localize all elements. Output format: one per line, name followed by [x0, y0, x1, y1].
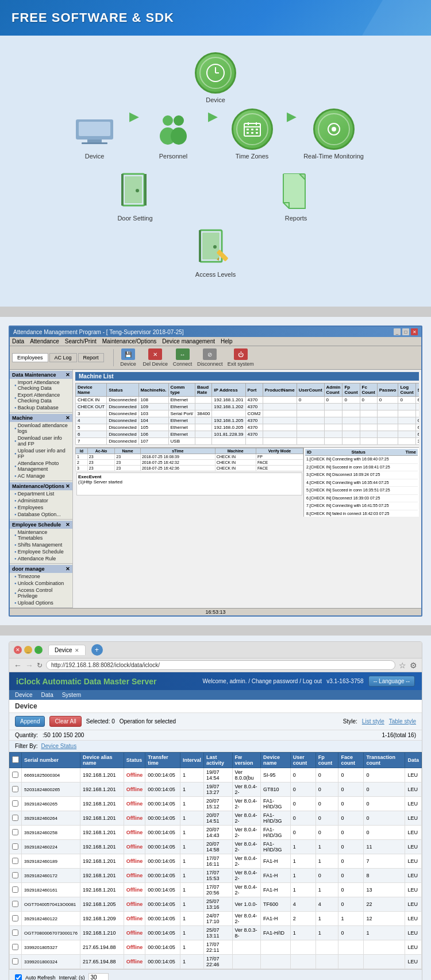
sidebar-export[interactable]: Export Attendance Checking Data [10, 392, 72, 404]
web-device-row[interactable]: 3399201800324 217.65.194.88 Offline 00:0… [10, 955, 422, 969]
browser-tab-device[interactable]: Device ✕ [48, 645, 86, 655]
web-device-row[interactable]: 66691825000304 192.168.1.201 Offline 00:… [10, 768, 422, 783]
wth-serial[interactable]: Serial number [22, 753, 80, 768]
row-checkbox[interactable] [12, 872, 18, 878]
log-table-row[interactable]: 2 23 23 2018-07-25 16:42:32 CHECK IN FAC… [76, 460, 303, 466]
wth-interval[interactable]: Interval [180, 753, 203, 768]
row-checkbox[interactable] [12, 800, 18, 807]
log-table-row[interactable]: 1 23 23 2018-07-25 16:08:39 CHECK IN FP [76, 454, 303, 460]
row-checkbox[interactable] [12, 815, 18, 821]
wtd-check[interactable] [10, 955, 22, 969]
settings-icon[interactable]: ⚙ [410, 661, 417, 670]
machine-table-row[interactable]: 3 Disconnected 103 Serial Port/ 38400 CO… [76, 410, 420, 417]
web-device-row[interactable]: 3399201805327 217.65.194.88 Offline 00:0… [10, 940, 422, 955]
refresh-btn[interactable]: ↻ [37, 661, 43, 669]
sidebar-timetables[interactable]: Maintenance Timetables [10, 529, 72, 541]
table-style-link[interactable]: Table style [389, 718, 416, 725]
web-device-row[interactable]: 3929182460161 192.168.1.201 Offline 00:0… [10, 883, 422, 897]
interval-input[interactable] [88, 973, 109, 980]
web-device-row[interactable]: 3929182460172 192.168.1.201 Offline 00:0… [10, 869, 422, 883]
wtd-check[interactable] [10, 854, 22, 869]
browser-close[interactable]: ✕ [14, 646, 22, 654]
sidebar-emp-schedule[interactable]: Employee Schedule [10, 548, 72, 555]
close-btn[interactable]: ✕ [411, 328, 418, 335]
sidebar-header-door[interactable]: door manage✕ [10, 565, 72, 573]
sidebar-att-rule[interactable]: Attendance Rule [10, 555, 72, 562]
wth-last[interactable]: Last activity [203, 753, 232, 768]
web-device-row[interactable]: 3929182460265 192.168.1.201 Offline 00:0… [10, 797, 422, 811]
row-checkbox[interactable] [12, 843, 18, 850]
wtd-check[interactable] [10, 768, 22, 783]
wth-face[interactable]: Face count [338, 753, 364, 768]
menu-attendance[interactable]: Attendance [30, 338, 59, 344]
wth-trans[interactable]: Transaction count [364, 753, 405, 768]
row-checkbox[interactable] [12, 958, 18, 964]
sidebar-ac-manage[interactable]: AC Manage [10, 472, 72, 479]
wtd-check[interactable] [10, 797, 22, 811]
sidebar-access-priv[interactable]: Access Control Privilege [10, 587, 72, 599]
browser-minimize[interactable]: _ [24, 646, 32, 654]
wtd-check[interactable] [10, 826, 22, 840]
web-device-row[interactable]: 3929182460224 192.168.1.201 Offline 00:0… [10, 840, 422, 854]
wth-device[interactable]: Device name [260, 753, 290, 768]
machine-table-row[interactable]: 4 Disconnected 104 Ethernet 192.168.1.20… [76, 417, 420, 424]
wtd-check[interactable] [10, 869, 22, 883]
nav-device[interactable]: Device [15, 692, 33, 698]
tab-employees[interactable]: Employees [12, 353, 48, 362]
filter-value[interactable]: Device Status [41, 743, 76, 749]
sidebar-timezone[interactable]: Timezone [10, 573, 72, 580]
menu-search[interactable]: Search/Print [65, 338, 97, 344]
wth-alias[interactable]: Device alias name [80, 753, 124, 768]
menu-device[interactable]: Device management [162, 338, 215, 344]
wth-fp[interactable]: Fp count [315, 753, 338, 768]
append-btn[interactable]: Append [15, 716, 45, 727]
wtd-check[interactable] [10, 897, 22, 912]
sidebar-unlock[interactable]: Unlock Combination [10, 580, 72, 587]
wth-data[interactable]: Data [405, 753, 422, 768]
sidebar-header-schedule[interactable]: Employee Schedule✕ [10, 521, 72, 529]
row-checkbox[interactable] [12, 915, 18, 921]
row-checkbox[interactable] [12, 944, 18, 950]
web-device-row[interactable]: 3929182460264 192.168.1.201 Offline 00:0… [10, 811, 422, 826]
browser-url-bar[interactable]: http://192.168.1.88:8082/iclock/data/icl… [46, 660, 395, 670]
toolbar-disconnect[interactable]: ⊘ Disconnect [197, 348, 223, 367]
sidebar-upload-opts[interactable]: Upload Options [10, 599, 72, 606]
toolbar-exit[interactable]: ⏻ Exit system [228, 348, 254, 367]
back-btn[interactable]: ← [14, 661, 22, 670]
machine-table-row[interactable]: 6 Disconnected 106 Ethernet 101.81.228.3… [76, 431, 420, 438]
clear-all-btn[interactable]: Clear All [49, 716, 81, 727]
sidebar-header-data[interactable]: Data Maintenance✕ [10, 371, 72, 379]
maximize-btn[interactable]: □ [402, 328, 409, 335]
nav-data[interactable]: Data [41, 692, 53, 698]
sidebar-import[interactable]: Import Attendance Checking Data [10, 379, 72, 392]
toolbar-device[interactable]: 💾 Device [118, 348, 138, 367]
wtd-check[interactable] [10, 926, 22, 940]
web-device-row[interactable]: 3929182460189 192.168.1.201 Offline 00:0… [10, 854, 422, 869]
tab-report[interactable]: Report [78, 353, 104, 362]
sidebar-header-machine[interactable]: Machine✕ [10, 414, 72, 422]
machine-table-row[interactable]: 7 Disconnected 107 USB 3204 [76, 438, 420, 445]
list-style-link[interactable]: List style [362, 718, 384, 725]
web-device-row[interactable]: 3929182460258 192.168.1.201 Offline 00:0… [10, 826, 422, 840]
menu-help[interactable]: Help [221, 338, 233, 344]
sidebar-header-maintenance[interactable]: Maintenance/Options✕ [10, 482, 72, 490]
wth-transfer[interactable]: Transfer time [145, 753, 180, 768]
sidebar-backup[interactable]: Backup Database [10, 404, 72, 411]
auto-refresh-checkbox[interactable] [15, 974, 22, 981]
sidebar-employees[interactable]: Employees [10, 504, 72, 511]
web-device-row[interactable]: OGT70800067073000176 192.168.1.210 Offli… [10, 926, 422, 940]
row-checkbox[interactable] [12, 929, 18, 936]
sidebar-shifts[interactable]: Shifts Management [10, 541, 72, 548]
forward-btn[interactable]: → [25, 661, 33, 670]
row-checkbox[interactable] [12, 858, 18, 864]
log-table-row[interactable]: 3 23 23 2018-07-25 16:42:36 CHECK IN FAC… [76, 466, 303, 471]
wtd-check[interactable] [10, 940, 22, 955]
sidebar-download-logs[interactable]: Download attendance logs [10, 422, 72, 435]
web-device-row[interactable]: 52031824800265 192.168.1.201 Offline 00:… [10, 783, 422, 797]
machine-table-row[interactable]: CHECK IN Disconnected 108 Ethernet 192.1… [76, 397, 420, 404]
row-checkbox[interactable] [12, 772, 18, 778]
machine-table-row[interactable]: CHECK OUT Disconnected 109 Ethernet 192.… [76, 404, 420, 410]
wtd-check[interactable] [10, 840, 22, 854]
row-checkbox[interactable] [12, 886, 18, 893]
row-checkbox[interactable] [12, 901, 18, 907]
